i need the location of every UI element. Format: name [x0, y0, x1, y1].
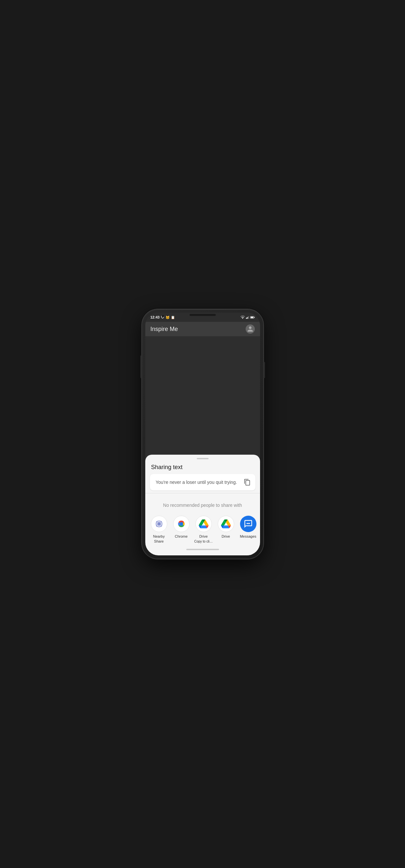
- drive-copy-label: DriveCopy to cli…: [194, 534, 213, 544]
- chrome-label: Chrome: [175, 534, 188, 539]
- share-bottom-sheet: Sharing text You're never a loser until …: [145, 455, 260, 555]
- drive-icon: [218, 516, 234, 532]
- notch: [190, 314, 216, 316]
- app-bar: Inspire Me: [145, 322, 260, 336]
- svg-point-13: [248, 523, 249, 524]
- share-apps-row: NearbyShare: [145, 515, 260, 548]
- share-app-nearby-share[interactable]: NearbyShare: [148, 516, 170, 544]
- battery-icon: [250, 316, 255, 319]
- status-right: [240, 316, 255, 319]
- no-people-message: No recommended people to share with: [145, 493, 260, 515]
- svg-rect-5: [251, 316, 253, 318]
- drive-label: Drive: [222, 534, 230, 539]
- share-app-drive-copy[interactable]: DriveCopy to cli…: [192, 516, 215, 544]
- phone-frame: 12:43 🛡 🐱 📋: [142, 309, 263, 559]
- messages-icon: [240, 516, 256, 532]
- svg-point-14: [249, 523, 250, 524]
- svg-point-11: [180, 523, 183, 525]
- avatar-button[interactable]: [246, 324, 255, 334]
- sheet-title: Sharing text: [145, 459, 260, 474]
- status-bar: 12:43 🛡 🐱 📋: [145, 313, 260, 322]
- svg-point-12: [246, 523, 248, 524]
- chrome-icon: [173, 516, 190, 532]
- app-content: You're never a loser until you quit... 📌…: [145, 336, 260, 555]
- share-app-drive[interactable]: Drive: [215, 516, 237, 544]
- wifi-icon: [240, 316, 245, 319]
- copy-to-clipboard-button[interactable]: [244, 478, 251, 486]
- phone-screen: 12:43 🛡 🐱 📋: [145, 313, 260, 555]
- share-text-box: You're never a loser until you quit tryi…: [150, 474, 255, 490]
- drive-copy-icon: [195, 516, 212, 532]
- svg-point-7: [158, 523, 160, 525]
- share-text-content: You're never a loser until you quit tryi…: [156, 479, 240, 485]
- sim-icon: 📋: [171, 316, 175, 319]
- bottom-nav-handle: [186, 549, 219, 550]
- time-display: 12:43: [151, 315, 160, 319]
- nearby-share-label: NearbyShare: [153, 534, 165, 544]
- nearby-share-icon: [151, 516, 167, 532]
- svg-rect-3: [249, 316, 249, 319]
- svg-rect-0: [246, 317, 247, 318]
- share-app-chrome[interactable]: Chrome: [170, 516, 192, 544]
- app-title: Inspire Me: [151, 326, 178, 333]
- signal-icon: [246, 316, 249, 319]
- svg-rect-1: [247, 317, 247, 318]
- svg-rect-2: [248, 316, 248, 318]
- messages-label: Messages: [240, 534, 256, 539]
- camera-dot: [162, 315, 164, 317]
- cat-icon: 🐱: [166, 316, 169, 319]
- share-app-messages[interactable]: Messages: [237, 516, 259, 544]
